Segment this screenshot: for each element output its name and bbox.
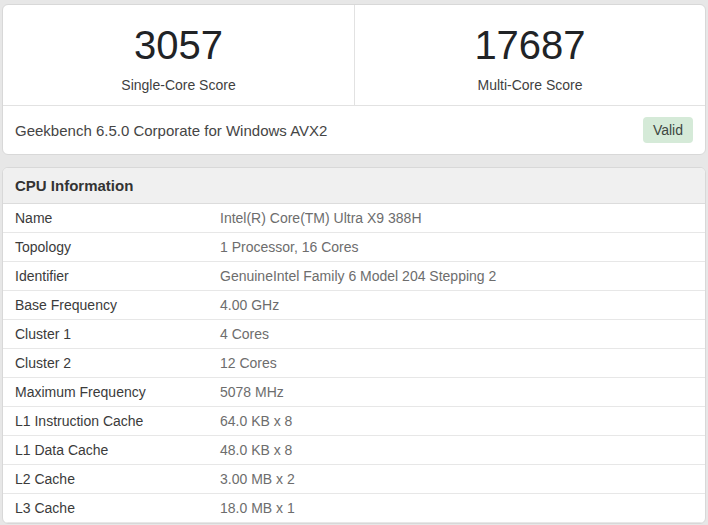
row-label: L1 Data Cache <box>3 436 208 465</box>
row-label: L2 Cache <box>3 465 208 494</box>
valid-status-badge: Valid <box>643 117 693 143</box>
table-row: L1 Instruction Cache 64.0 KB x 8 <box>3 407 705 436</box>
table-row: L1 Data Cache 48.0 KB x 8 <box>3 436 705 465</box>
row-value: 48.0 KB x 8 <box>208 436 705 465</box>
row-value: 18.0 MB x 1 <box>208 494 705 523</box>
table-row: L2 Cache 3.00 MB x 2 <box>3 465 705 494</box>
scores-section: 3057 Single-Core Score 17687 Multi-Core … <box>3 5 705 106</box>
row-value: Intel(R) Core(TM) Ultra X9 388H <box>208 204 705 233</box>
cpu-information-table: Name Intel(R) Core(TM) Ultra X9 388H Top… <box>3 204 705 523</box>
single-core-score-value: 3057 <box>3 24 354 66</box>
benchmark-version-title: Geekbench 6.5.0 Corporate for Windows AV… <box>15 122 327 139</box>
row-value: 64.0 KB x 8 <box>208 407 705 436</box>
table-row: Name Intel(R) Core(TM) Ultra X9 388H <box>3 204 705 233</box>
row-value: 4 Cores <box>208 320 705 349</box>
row-value: 3.00 MB x 2 <box>208 465 705 494</box>
table-row: Cluster 2 12 Cores <box>3 349 705 378</box>
row-value: 12 Cores <box>208 349 705 378</box>
row-value: 1 Processor, 16 Cores <box>208 233 705 262</box>
cpu-information-header: CPU Information <box>3 168 705 204</box>
multi-core-score-value: 17687 <box>355 24 705 66</box>
row-value: 5078 MHz <box>208 378 705 407</box>
row-label: Name <box>3 204 208 233</box>
table-row: Topology 1 Processor, 16 Cores <box>3 233 705 262</box>
multi-core-score-cell: 17687 Multi-Core Score <box>354 5 705 105</box>
row-label: L1 Instruction Cache <box>3 407 208 436</box>
table-row: Identifier GenuineIntel Family 6 Model 2… <box>3 262 705 291</box>
table-row: L3 Cache 18.0 MB x 1 <box>3 494 705 523</box>
table-row: Maximum Frequency 5078 MHz <box>3 378 705 407</box>
multi-core-score-label: Multi-Core Score <box>355 77 705 93</box>
row-label: Cluster 1 <box>3 320 208 349</box>
table-row: Base Frequency 4.00 GHz <box>3 291 705 320</box>
row-label: Identifier <box>3 262 208 291</box>
scores-card: 3057 Single-Core Score 17687 Multi-Core … <box>2 4 706 155</box>
single-core-score-cell: 3057 Single-Core Score <box>3 5 354 105</box>
result-bar: Geekbench 6.5.0 Corporate for Windows AV… <box>3 106 705 154</box>
row-value: 4.00 GHz <box>208 291 705 320</box>
single-core-score-label: Single-Core Score <box>3 77 354 93</box>
row-label: Base Frequency <box>3 291 208 320</box>
row-label: Maximum Frequency <box>3 378 208 407</box>
row-label: Topology <box>3 233 208 262</box>
cpu-information-card: CPU Information Name Intel(R) Core(TM) U… <box>2 167 706 524</box>
table-row: Cluster 1 4 Cores <box>3 320 705 349</box>
row-value: GenuineIntel Family 6 Model 204 Stepping… <box>208 262 705 291</box>
row-label: Cluster 2 <box>3 349 208 378</box>
row-label: L3 Cache <box>3 494 208 523</box>
